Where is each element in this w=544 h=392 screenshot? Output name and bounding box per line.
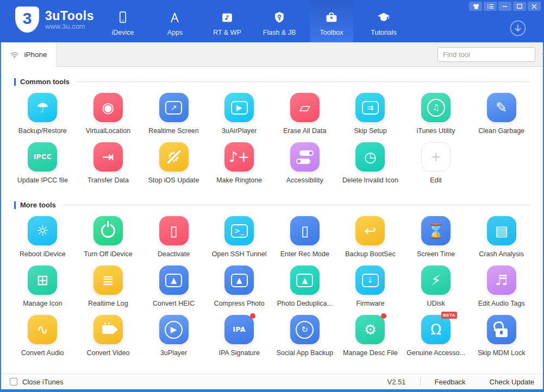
hourglass-icon: ⌛ <box>421 216 451 245</box>
photo-icon: ▲ <box>224 265 254 295</box>
tool-backup-bootsec[interactable]: ↩Backup BootSec <box>337 214 403 264</box>
tool-genuine-accesso[interactable]: ΩBETAGenuine Accesso... <box>403 313 469 363</box>
tool-accessibility[interactable]: Accessibility <box>272 141 338 190</box>
tool-erase-all-data[interactable]: ▱Erase All Data <box>272 91 338 141</box>
nav-item-tutorials[interactable]: Tutorials <box>362 0 405 42</box>
tool-screen-time[interactable]: ⌛Screen Time <box>403 214 469 264</box>
tool-convert-video[interactable]: Convert Video <box>76 313 141 363</box>
tool-clean-garbage[interactable]: ✎Clean Garbage <box>468 91 534 141</box>
brush-icon: ✎ <box>487 93 516 122</box>
tool-delete-invalid-icon[interactable]: ◷Delete Invalid Icon <box>337 141 403 190</box>
log-document-icon: ≣ <box>93 265 123 295</box>
tool-label: Screen Time <box>417 250 455 258</box>
play-circle-icon: ▶ <box>159 315 189 344</box>
section-header-common-tools: Common tools <box>14 78 530 86</box>
tool-convert-audio[interactable]: ∿Convert Audio <box>10 313 76 363</box>
header: 3 3uTools www.3u.com iDeviceAppsRT & WPF… <box>0 0 544 42</box>
feedback-link[interactable]: Feedback <box>435 378 466 386</box>
tool-deactivate[interactable]: ▯Deactivate <box>141 214 207 264</box>
section-accent-bar <box>14 201 16 209</box>
tool-reboot-idevice[interactable]: ☼Reboot iDevice <box>10 214 76 264</box>
maximize-icon <box>516 3 523 10</box>
brand-site: www.3u.com <box>45 22 94 30</box>
screen-share-icon: ↗ <box>159 93 189 122</box>
tool-turn-off-idevice[interactable]: Turn Off iDevice <box>76 214 141 264</box>
tool-manage-desc-file[interactable]: ⚙Manage Desc File <box>337 313 403 363</box>
clipboard-icon: ▤ <box>487 216 516 245</box>
tool-label: Make Ringtone <box>216 176 262 184</box>
photo-stack-icon: ▲ <box>290 265 320 295</box>
rtwp-icon <box>220 10 234 24</box>
tool-edit[interactable]: +Edit <box>403 141 469 190</box>
tool-label: Compress Photo <box>214 300 265 307</box>
tool-open-ssh-tunnel[interactable]: >_Open SSH Tunnel <box>207 214 272 264</box>
tool-udisk[interactable]: ⚡UDisk <box>403 264 469 313</box>
nav-item-apps[interactable]: Apps <box>153 0 197 42</box>
power-icon <box>93 216 123 245</box>
list-button[interactable] <box>484 2 497 11</box>
tool-label: iTunes Utility <box>417 127 455 135</box>
nav-label: iDevice <box>112 29 134 36</box>
tool-firmware[interactable]: ↓Firmware <box>337 264 403 313</box>
tool-label: Enter Rec Mode <box>280 250 329 258</box>
section-accent-bar <box>14 78 16 86</box>
tool-itunes-utility[interactable]: ♫iTunes Utility <box>403 91 469 141</box>
spinner-icon: ☼ <box>28 216 57 245</box>
search-box <box>437 47 535 62</box>
minimize-button[interactable] <box>498 2 511 11</box>
check-update-link[interactable]: Check Update <box>490 378 534 386</box>
nav-label: Toolbox <box>320 29 343 36</box>
tool-social-app-backup[interactable]: ↻Social App Backup <box>272 313 338 363</box>
tool-3uplayer[interactable]: ▶3uPlayer <box>141 313 207 363</box>
tool-label: Convert HEIC <box>153 300 195 307</box>
search-input[interactable] <box>438 50 542 59</box>
theme-shirt-button[interactable] <box>469 2 482 11</box>
section-dotted-rule <box>77 81 530 82</box>
search-icon[interactable] <box>542 50 544 59</box>
nav-item-toolbox[interactable]: Toolbox <box>310 0 353 42</box>
tool-make-ringtone[interactable]: ♪+Make Ringtone <box>207 141 272 190</box>
nav-label: Flash & JB <box>263 29 296 36</box>
tool-convert-heic[interactable]: ▲Convert HEIC <box>141 264 207 313</box>
tool-edit-audio-tags[interactable]: ♬Edit Audio Tags <box>468 264 534 313</box>
main-nav: iDeviceAppsRT & WPFlash & JBToolboxTutor… <box>101 0 414 42</box>
tool-virtuallocation[interactable]: ◉VirtualLocation <box>76 91 141 141</box>
tool-label: Erase All Data <box>283 127 326 135</box>
tool-realtime-screen[interactable]: ↗Realtime Screen <box>141 91 207 141</box>
waveform-icon: ∿ <box>28 315 57 344</box>
tool-label: Deactivate <box>158 250 190 258</box>
tool-transfer-data[interactable]: ⇥Transfer Data <box>76 141 141 190</box>
download-center-button[interactable] <box>509 20 527 37</box>
terminal-icon: >_ <box>224 216 254 245</box>
tool-skip-mdm-lock[interactable]: Skip MDM Lock <box>468 313 534 363</box>
tool-3uairplayer[interactable]: ▶3uAirPlayer <box>207 91 272 141</box>
tab-iphone[interactable]: iPhone <box>1 42 57 67</box>
tool-photo-deduplica[interactable]: ▲Photo Deduplica... <box>272 264 338 313</box>
close-button[interactable] <box>528 2 541 11</box>
tool-realtime-log[interactable]: ≣Realtime Log <box>76 264 141 313</box>
notification-dot <box>250 313 255 319</box>
tool-backup-restore[interactable]: ☂Backup/Restore <box>10 91 76 141</box>
tool-label: Clean Garbage <box>478 127 524 135</box>
nav-item-flash-jb[interactable]: Flash & JB <box>258 0 301 42</box>
tool-label: Stop iOS Update <box>148 176 199 184</box>
tool-enter-rec-mode[interactable]: ▯Enter Rec Mode <box>272 214 338 264</box>
tool-label: Firmware <box>356 300 384 307</box>
tool-skip-setup[interactable]: ⇉Skip Setup <box>337 91 403 141</box>
video-camera-icon <box>93 315 123 344</box>
maximize-button[interactable] <box>513 2 526 11</box>
tool-compress-photo[interactable]: ▲Compress Photo <box>207 264 272 313</box>
brand-logo[interactable]: 3 3uTools www.3u.com <box>15 7 94 33</box>
tool-crash-analysis[interactable]: ▤Crash Analysis <box>468 214 534 264</box>
tools-grid-more-tools: ☼Reboot iDeviceTurn Off iDevice▯Deactiva… <box>1 210 543 363</box>
close-icon <box>531 3 537 10</box>
footer-bar: Close iTunes V2.51 Feedback Check Update <box>1 374 543 389</box>
nav-item-rt-wp[interactable]: RT & WP <box>205 0 249 42</box>
nav-item-idevice[interactable]: iDevice <box>101 0 145 42</box>
tool-update-ipcc-file[interactable]: IPCCUpdate IPCC file <box>10 141 76 190</box>
tool-stop-ios-update[interactable]: ⚙Stop iOS Update <box>141 141 207 190</box>
close-itunes-checkbox[interactable] <box>10 378 17 385</box>
tool-manage-icon[interactable]: ⊞Manage Icon <box>10 264 76 313</box>
phone-cable-icon: ▯ <box>290 216 320 245</box>
tool-ipa-signature[interactable]: IPAIPA Signature <box>207 313 272 363</box>
